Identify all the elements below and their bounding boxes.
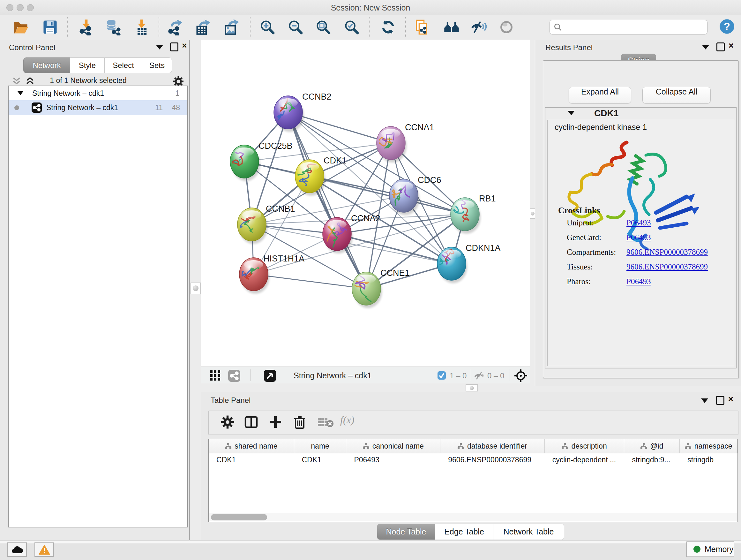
table-cell[interactable]: stringdb:9... <box>624 453 680 466</box>
center-view-icon[interactable] <box>514 369 528 382</box>
tab-sets[interactable]: Sets <box>142 57 172 73</box>
column-header-shared-name[interactable]: shared name <box>209 439 294 453</box>
node-label: CDC6 <box>418 175 441 185</box>
crosslink-tissues[interactable]: 9606.ENSP00000378699 <box>626 262 708 271</box>
expand-all-button[interactable]: Expand All <box>569 87 631 104</box>
table-cell[interactable]: cyclin-dependent ... <box>545 453 624 466</box>
warning-status-button[interactable] <box>35 543 54 557</box>
float-panel-icon[interactable] <box>702 45 709 50</box>
float-panel-icon[interactable] <box>156 45 163 50</box>
network-canvas[interactable]: CCNB2CCNA1CDC25BCDK1CDC6RB1CCNB1CCNA2CDK… <box>201 40 530 367</box>
table-cell[interactable]: CDK1 <box>209 453 294 466</box>
undock-panel-icon[interactable] <box>716 396 724 405</box>
memory-status-dot <box>693 546 700 553</box>
zoom-selected-icon[interactable] <box>343 19 360 36</box>
save-session-icon[interactable] <box>42 19 58 36</box>
zoom-in-icon[interactable] <box>259 19 276 36</box>
network-node-RB1[interactable]: RB1 <box>451 194 496 234</box>
network-edge[interactable] <box>254 274 366 289</box>
grid-view-icon[interactable] <box>210 370 220 381</box>
entry-collapse-icon[interactable] <box>568 111 575 115</box>
column-header-database-identifier[interactable]: database identifier <box>441 439 545 453</box>
selected-nodes-checkbox[interactable] <box>437 371 446 380</box>
export-network-icon[interactable] <box>167 19 184 36</box>
network-node-CCNA2[interactable]: CCNA2 <box>323 213 381 253</box>
tab-network-table[interactable]: Network Table <box>493 523 564 540</box>
share-view-icon[interactable] <box>228 369 241 382</box>
left-splitter[interactable] <box>189 40 201 540</box>
search-field <box>549 20 708 35</box>
right-splitter-handle[interactable] <box>530 208 535 219</box>
function-builder-icon: f(x) <box>340 414 354 426</box>
import-network-file-icon[interactable] <box>78 19 94 36</box>
add-column-icon[interactable] <box>268 415 283 429</box>
column-header-canonical-name[interactable]: canonical name <box>346 439 441 453</box>
table-settings-gear-icon[interactable] <box>220 415 235 429</box>
zoom-fit-icon[interactable] <box>315 19 332 36</box>
column-header-@id[interactable]: @id <box>624 439 680 453</box>
show-all-icon[interactable] <box>498 19 515 36</box>
network-node-CDK1[interactable]: CDK1 <box>295 156 347 196</box>
help-icon[interactable]: ? <box>719 18 735 35</box>
tab-select[interactable]: Select <box>105 57 142 73</box>
crosslink-row: GeneCard:P06493 <box>567 233 733 248</box>
table-cell[interactable]: CDK1 <box>294 453 347 466</box>
crosslinks-heading: CrossLinks <box>558 206 600 215</box>
left-splitter-handle[interactable] <box>191 283 201 294</box>
show-columns-icon[interactable] <box>244 415 259 429</box>
delete-column-trash-icon[interactable] <box>292 415 307 429</box>
cloud-status-button[interactable] <box>7 543 27 557</box>
export-table-icon[interactable] <box>194 19 211 36</box>
close-panel-icon[interactable]: × <box>728 395 733 402</box>
tab-network[interactable]: Network <box>23 57 70 73</box>
tree-expand-icon[interactable] <box>17 91 23 95</box>
network-node-CDKN1A[interactable]: CDKN1A <box>437 243 500 283</box>
memory-button[interactable]: Memory <box>686 542 734 557</box>
tab-edge-table[interactable]: Edge Table <box>435 523 493 540</box>
column-model-icon <box>685 443 691 449</box>
crosslink-pharos[interactable]: P06493 <box>626 277 651 286</box>
close-panel-icon[interactable]: × <box>182 42 187 49</box>
column-header-description[interactable]: description <box>545 439 624 453</box>
first-neighbors-icon[interactable] <box>443 19 460 36</box>
hidden-eye-icon <box>474 371 485 380</box>
table-cell[interactable]: 9606.ENSP00000378699 <box>441 453 545 466</box>
tab-style[interactable]: Style <box>70 57 105 73</box>
network-node-CDC25B[interactable]: CDC25B <box>215 141 292 181</box>
refresh-icon[interactable] <box>380 19 396 36</box>
birds-eye-view-icon[interactable] <box>264 369 276 382</box>
network-node-HIST1H1A[interactable]: HIST1H1A <box>235 254 305 294</box>
window-title: Session: New Session <box>0 3 741 12</box>
open-session-icon[interactable] <box>12 19 29 36</box>
crosslink-genecard[interactable]: P06493 <box>626 233 651 242</box>
network-node-CCNE1[interactable]: CCNE1 <box>352 268 410 308</box>
horizontal-splitter-handle[interactable] <box>466 384 478 391</box>
node-label: CCNA2 <box>351 213 381 223</box>
close-panel-icon[interactable]: × <box>729 42 734 49</box>
zoom-out-icon[interactable] <box>287 19 304 36</box>
right-splitter[interactable] <box>530 40 535 386</box>
network-node-CCNB1[interactable]: CCNB1 <box>224 204 295 244</box>
node-label: CDKN1A <box>466 243 501 253</box>
float-panel-icon[interactable] <box>701 398 708 403</box>
hide-selected-icon[interactable] <box>471 19 487 36</box>
copy-network-icon[interactable] <box>414 19 430 36</box>
export-image-icon[interactable] <box>223 19 239 36</box>
column-header-namespace[interactable]: namespace <box>680 439 738 453</box>
network-row-selected[interactable]: String Network – cdk1 11 48 <box>9 100 187 115</box>
import-table-icon[interactable] <box>133 19 150 36</box>
column-header-name[interactable]: name <box>294 439 347 453</box>
collapse-all-button[interactable]: Collapse All <box>643 87 711 104</box>
table-cell[interactable]: stringdb <box>680 453 738 466</box>
table-cell[interactable]: P06493 <box>346 453 441 466</box>
import-network-database-icon[interactable] <box>105 19 121 36</box>
undock-panel-icon[interactable] <box>717 43 725 51</box>
tab-node-table[interactable]: Node Table <box>377 523 435 540</box>
crosslink-compartments[interactable]: 9606.ENSP00000378699 <box>626 248 708 257</box>
crosslink-uniprot[interactable]: P06493 <box>626 219 651 227</box>
table-row[interactable]: CDK1CDK1P064939606.ENSP00000378699cyclin… <box>209 453 738 466</box>
network-collection-row[interactable]: String Network – cdk1 1 <box>9 86 187 100</box>
scrollbar-thumb[interactable] <box>211 514 267 520</box>
undock-panel-icon[interactable] <box>170 43 179 51</box>
search-input[interactable] <box>564 21 703 33</box>
